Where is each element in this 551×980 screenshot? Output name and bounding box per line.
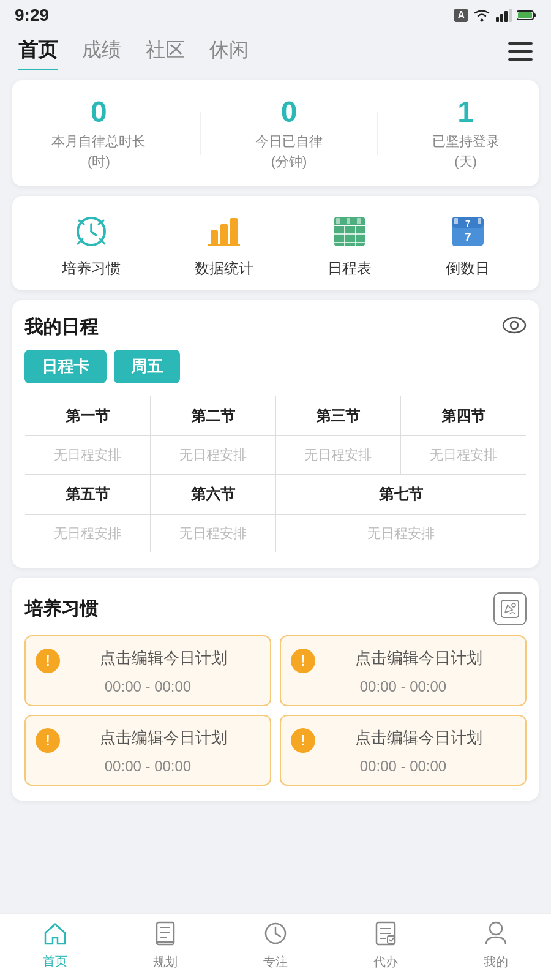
bottom-nav-todo[interactable]: 代办 <box>373 921 398 970</box>
stat-monthly: 0 本月自律总时长(时) <box>51 95 146 172</box>
habit-top-2: ! 点击编辑今日计划 <box>36 726 260 753</box>
svg-point-0 <box>481 19 484 22</box>
svg-rect-6 <box>533 13 536 17</box>
table-header-6: 第六节 <box>150 475 276 514</box>
table-cell-1-4: 无日程安排 <box>401 436 527 475</box>
svg-rect-29 <box>347 218 350 224</box>
eye-icon[interactable] <box>502 316 527 339</box>
bottom-nav-plan[interactable]: 规划 <box>153 921 178 970</box>
svg-rect-9 <box>508 50 533 53</box>
svg-rect-30 <box>357 218 361 224</box>
focus-icon <box>263 921 288 951</box>
nav-tabs: 首页 成绩 社区 休闲 <box>18 37 249 70</box>
schedule-tabs: 日程卡 周五 <box>24 350 527 383</box>
table-header-7: 第七节 <box>276 475 527 514</box>
table-cell-1-3: 无日程安排 <box>276 436 401 475</box>
svg-rect-1 <box>496 17 499 22</box>
quick-item-stats[interactable]: 数据统计 <box>195 208 253 278</box>
schedule-tab-card[interactable]: 日程卡 <box>24 350 107 383</box>
nav-bar: 首页 成绩 社区 休闲 <box>0 31 551 70</box>
stat-today: 0 今日已自律(分钟) <box>255 95 323 172</box>
habits-grid: ! 点击编辑今日计划 00:00 - 00:00 ! 点击编辑今日计划 00:0… <box>24 635 527 786</box>
habits-title: 培养习惯 <box>24 597 98 622</box>
quick-item-countdown[interactable]: 7 7 倒数日 <box>446 208 490 278</box>
svg-text:7: 7 <box>465 219 470 228</box>
habit-top-1: ! 点击编辑今日计划 <box>291 646 515 673</box>
bottom-nav-mine[interactable]: 我的 <box>484 921 508 970</box>
habit-text-0: 点击编辑今日计划 <box>66 646 260 670</box>
input-indicator: A <box>454 9 468 22</box>
svg-rect-4 <box>509 9 512 22</box>
svg-rect-3 <box>504 11 508 22</box>
svg-rect-10 <box>508 58 533 61</box>
table-header-5: 第五节 <box>25 475 151 514</box>
habit-time-0: 00:00 - 00:00 <box>105 678 191 695</box>
habit-text-3: 点击编辑今日计划 <box>321 726 515 750</box>
schedule-tab-friday[interactable]: 周五 <box>114 350 180 383</box>
tab-home[interactable]: 首页 <box>18 37 58 70</box>
main-content: 0 本月自律总时长(时) 0 今日已自律(分钟) 1 已坚持登录(天) <box>0 70 551 881</box>
quick-item-habit[interactable]: 培养习惯 <box>62 208 121 278</box>
bottom-nav: 首页 规划 专注 <box>0 913 551 980</box>
menu-icon[interactable] <box>508 42 533 66</box>
svg-rect-18 <box>211 230 218 245</box>
bottom-nav-focus[interactable]: 专注 <box>263 921 288 970</box>
table-header-2: 第二节 <box>150 396 276 436</box>
stat-today-label: 今日已自律(分钟) <box>255 131 323 172</box>
habit-item-1[interactable]: ! 点击编辑今日计划 00:00 - 00:00 <box>280 635 527 706</box>
quick-label-habit: 培养习惯 <box>62 258 121 278</box>
battery-icon <box>517 10 536 21</box>
svg-point-38 <box>511 322 518 329</box>
table-cell-1-2: 无日程安排 <box>150 436 276 475</box>
todo-icon <box>374 921 397 951</box>
status-bar: 9:29 A <box>0 0 551 31</box>
table-cell-1-1: 无日程安排 <box>25 436 151 475</box>
svg-rect-39 <box>501 600 519 617</box>
tab-community[interactable]: 社区 <box>146 37 185 70</box>
table-header-4: 第四节 <box>401 396 527 436</box>
alarm-icon <box>69 208 113 252</box>
tab-grades[interactable]: 成绩 <box>82 37 121 70</box>
svg-line-48 <box>276 933 280 937</box>
table-row: 无日程安排 无日程安排 无日程安排 无日程安排 <box>25 436 527 475</box>
habit-text-2: 点击编辑今日计划 <box>66 726 260 750</box>
svg-point-37 <box>503 318 525 333</box>
habit-warning-2: ! <box>36 728 60 753</box>
table-header-3: 第三节 <box>276 396 401 436</box>
svg-rect-20 <box>230 218 238 245</box>
quick-label-stats: 数据统计 <box>195 258 253 278</box>
svg-point-40 <box>512 603 515 607</box>
table-row: 第五节 第六节 第七节 <box>25 475 527 514</box>
habits-card: 培养习惯 ! 点击编辑今日计划 00:00 - 00:00 <box>12 578 539 801</box>
svg-text:7: 7 <box>464 230 471 244</box>
stat-streak: 1 已坚持登录(天) <box>432 95 500 172</box>
habit-item-2[interactable]: ! 点击编辑今日计划 00:00 - 00:00 <box>24 715 271 786</box>
schedule-table: 第一节 第二节 第三节 第四节 无日程安排 无日程安排 无日程安排 无日程安排 … <box>24 396 527 553</box>
bottom-nav-home[interactable]: 首页 <box>43 922 67 970</box>
wifi-icon <box>473 9 491 22</box>
countdown-icon: 7 7 <box>446 208 490 252</box>
habit-item-3[interactable]: ! 点击编辑今日计划 00:00 - 00:00 <box>280 715 527 786</box>
svg-rect-8 <box>508 42 533 45</box>
habit-top-0: ! 点击编辑今日计划 <box>36 646 260 673</box>
stat-divider-1 <box>200 112 201 155</box>
svg-rect-2 <box>500 14 503 22</box>
signal-icon <box>496 9 512 22</box>
home-icon <box>43 922 67 951</box>
stat-divider-2 <box>377 112 378 155</box>
table-row: 第一节 第二节 第三节 第四节 <box>25 396 527 436</box>
habit-warning-0: ! <box>36 649 60 673</box>
status-icons: A <box>454 9 536 22</box>
schedule-header: 我的日程 <box>24 315 527 340</box>
quick-item-schedule[interactable]: 日程表 <box>328 208 372 278</box>
habit-edit-icon[interactable] <box>493 592 527 625</box>
bottom-spacer <box>12 810 539 872</box>
tab-leisure[interactable]: 休闲 <box>209 37 249 70</box>
bottom-nav-focus-label: 专注 <box>263 954 288 970</box>
stat-monthly-label: 本月自律总时长(时) <box>51 131 146 172</box>
habit-warning-3: ! <box>291 728 315 753</box>
bottom-nav-home-label: 首页 <box>43 953 67 970</box>
habit-item-0[interactable]: ! 点击编辑今日计划 00:00 - 00:00 <box>24 635 271 706</box>
habit-time-3: 00:00 - 00:00 <box>360 758 446 775</box>
table-row: 无日程安排 无日程安排 无日程安排 <box>25 514 527 553</box>
